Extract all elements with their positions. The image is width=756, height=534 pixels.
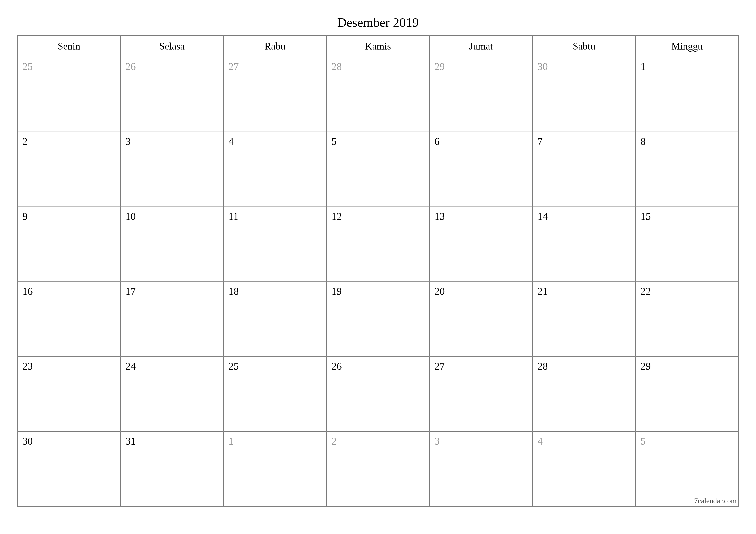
weekday-header: Rabu: [224, 36, 327, 57]
weekday-header: Senin: [17, 36, 121, 57]
weekday-header: Kamis: [327, 36, 429, 57]
calendar-day-cell: 13: [429, 207, 532, 282]
calendar-day-cell: 31: [121, 431, 224, 506]
calendar-day-cell: 14: [532, 207, 635, 282]
calendar-day-cell: 25: [17, 57, 121, 132]
calendar-week-row: 30 31 1 2 3 4 5 7calendar.com: [17, 431, 739, 506]
calendar-day-number: 5: [640, 435, 646, 447]
calendar-day-cell: 29: [429, 57, 532, 132]
calendar-body: 25 26 27 28 29 30 1 2 3 4 5 6 7 8 9 10 1…: [17, 57, 739, 506]
weekday-header-row: Senin Selasa Rabu Kamis Jumat Sabtu Ming…: [17, 36, 739, 57]
calendar-week-row: 2 3 4 5 6 7 8: [17, 132, 739, 207]
calendar-week-row: 25 26 27 28 29 30 1: [17, 57, 739, 132]
calendar-title: Desember 2019: [17, 15, 739, 30]
calendar-day-cell: 10: [121, 207, 224, 282]
calendar-day-cell: 30: [532, 57, 635, 132]
calendar-day-cell: 16: [17, 282, 121, 357]
calendar-day-cell: 12: [327, 207, 429, 282]
calendar-day-cell: 2: [327, 431, 429, 506]
weekday-header: Selasa: [121, 36, 224, 57]
calendar-day-cell: 26: [327, 357, 429, 431]
calendar-day-cell: 28: [532, 357, 635, 431]
calendar-day-cell: 17: [121, 282, 224, 357]
footer-attribution: 7calendar.com: [694, 497, 737, 505]
calendar-day-cell: 15: [635, 207, 739, 282]
calendar-day-cell: 3: [121, 132, 224, 207]
calendar-day-cell: 18: [224, 282, 327, 357]
calendar-day-cell: 2: [17, 132, 121, 207]
weekday-header: Minggu: [635, 36, 739, 57]
calendar-day-cell: 30: [17, 431, 121, 506]
calendar-day-cell: 20: [429, 282, 532, 357]
calendar-day-cell: 27: [224, 57, 327, 132]
calendar-day-cell: 23: [17, 357, 121, 431]
calendar-day-cell: 26: [121, 57, 224, 132]
calendar-day-cell: 4: [224, 132, 327, 207]
calendar-day-cell: 24: [121, 357, 224, 431]
calendar-day-cell: 8: [635, 132, 739, 207]
calendar-day-cell: 7: [532, 132, 635, 207]
calendar-week-row: 16 17 18 19 20 21 22: [17, 282, 739, 357]
weekday-header: Jumat: [429, 36, 532, 57]
calendar-day-cell: 5 7calendar.com: [635, 431, 739, 506]
calendar-day-cell: 22: [635, 282, 739, 357]
calendar-day-cell: 6: [429, 132, 532, 207]
calendar-day-cell: 3: [429, 431, 532, 506]
calendar-table: Senin Selasa Rabu Kamis Jumat Sabtu Ming…: [17, 35, 739, 507]
calendar-day-cell: 1: [224, 431, 327, 506]
calendar-day-cell: 5: [327, 132, 429, 207]
calendar-week-row: 9 10 11 12 13 14 15: [17, 207, 739, 282]
weekday-header: Sabtu: [532, 36, 635, 57]
calendar-day-cell: 1: [635, 57, 739, 132]
calendar-day-cell: 11: [224, 207, 327, 282]
calendar-day-cell: 25: [224, 357, 327, 431]
calendar-day-cell: 4: [532, 431, 635, 506]
calendar-day-cell: 21: [532, 282, 635, 357]
calendar-day-cell: 19: [327, 282, 429, 357]
calendar-day-cell: 9: [17, 207, 121, 282]
calendar-day-cell: 28: [327, 57, 429, 132]
calendar-day-cell: 29: [635, 357, 739, 431]
calendar-week-row: 23 24 25 26 27 28 29: [17, 357, 739, 431]
calendar-day-cell: 27: [429, 357, 532, 431]
